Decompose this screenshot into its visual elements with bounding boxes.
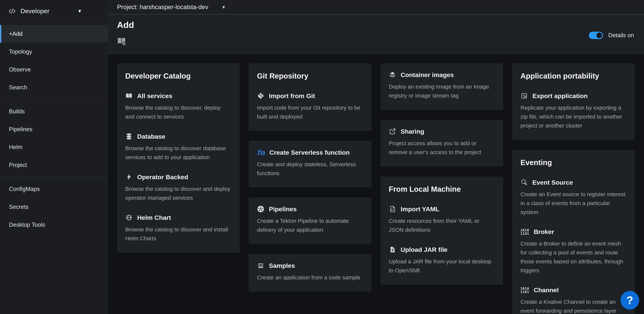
item-all-services[interactable]: All services Browse the catalog to disco… [125,92,232,121]
card-title: Eventing [520,158,627,167]
card-column: Container images Deploy an existing Imag… [380,63,503,295]
item-title: Create Serverless function [270,149,350,156]
sidebar-item-builds[interactable]: Builds [0,103,108,120]
file-code-icon [389,205,396,213]
item-title: Broker [534,228,554,236]
file-upload-icon [389,246,396,253]
sidebar-item-secrets[interactable]: Secrets [0,198,108,216]
card-developer-catalog: Developer Catalog All services Browse th… [117,63,240,253]
item-title: Samples [269,262,295,269]
item-pipelines[interactable]: Pipelines Create a Tekton Pipeline to au… [257,205,363,234]
item-description: Create resources from their YAML or JSON… [389,217,495,234]
binary-icon: 10101101 [520,229,529,235]
details-switch-group: Details on [589,32,634,39]
sidebar-item-pipelines[interactable]: Pipelines [0,120,108,138]
database-icon [125,133,133,140]
sidebar-item-topology[interactable]: Topology [0,43,108,61]
item-title: Import YAML [401,206,440,213]
export-icon [520,92,528,100]
binary-icon: 10101101 [520,287,529,294]
perspective-switcher[interactable]: Developer ▾ [0,0,108,22]
nav-divider [0,99,108,100]
item-import-yaml[interactable]: Import YAML Create resources from their … [389,205,495,234]
project-selector[interactable]: Project: harshcasper-localsta-dev ▾ [117,3,225,10]
item-title: Pipelines [269,206,297,213]
item-description: Deploy an existing Image from an Image r… [389,82,495,100]
card-column: Application portability Export applicati… [512,63,635,314]
project-selector-label: Project: harshcasper-localsta-dev [117,3,208,10]
layers-icon [389,71,396,78]
card-samples: Samples Create an application from a cod… [249,254,372,292]
item-broker[interactable]: 10101101 Broker Create a Broker to defin… [520,228,627,275]
item-title: Sharing [401,128,424,135]
sidebar-item-search[interactable]: Search [0,78,108,96]
item-export-application[interactable]: Export application Replicate your applic… [520,92,627,130]
item-title: Upload JAR file [401,246,448,253]
masthead: Project: harshcasper-localsta-dev ▾ [108,0,644,14]
sidebar-item-configmaps[interactable]: ConfigMaps [0,180,108,198]
book-plus-icon [117,36,126,46]
question-mark-icon: ? [626,294,634,307]
git-icon [257,92,264,100]
item-container-images[interactable]: Container images Deploy an existing Imag… [389,71,495,100]
item-title: Import from Git [269,92,315,100]
card-title: Git Repository [257,72,363,80]
card-eventing: Eventing Event Source Create an Event so [512,150,635,314]
card-title: Application portability [520,72,627,80]
item-description: Create an application from a code sample [257,273,363,282]
item-helm-chart[interactable]: HELM Helm Chart Browse the catalog to di… [125,214,232,243]
item-description: Browse the catalog to discover, deploy a… [125,103,232,121]
event-source-icon [520,179,528,186]
share-square-icon [389,128,396,135]
item-description: Replicate your application by exporting … [520,103,627,130]
page-title: Add [117,20,134,30]
help-button[interactable]: ? [620,291,639,310]
card-git-repository: Git Repository Import from Git Import co… [249,63,372,131]
details-toggle-label: Details on [608,32,634,39]
quick-starts-link[interactable] [117,36,126,46]
item-create-serverless-function[interactable]: fn Create Serverless function Create and… [257,149,363,178]
item-description: Upload a JAR file from your local deskto… [389,257,495,275]
card-pipelines: Pipelines Create a Tekton Pipeline to au… [249,198,372,244]
item-description: Create a Tekton Pipeline to automate del… [257,217,363,234]
item-samples[interactable]: Samples Create an application from a cod… [257,262,363,282]
item-description: Create and deploy stateless, Serverless … [257,160,363,178]
item-title: Helm Chart [137,214,171,221]
item-description: Browse the catalog to discover and deplo… [125,184,232,202]
details-toggle[interactable] [589,32,603,39]
serverless-fn-icon: fn [257,149,265,156]
item-channel[interactable]: 10101101 Channel Create a Knative Channe… [520,287,627,314]
item-description: Browse the catalog to discover database … [125,144,232,162]
item-description: Browse the catalog to discover and insta… [125,225,232,243]
item-title: Operator Backed [137,173,188,181]
card-application-portability: Application portability Export applicati… [512,63,635,140]
sidebar: Developer ▾ +Add Topology Observe Search… [0,0,108,314]
perspective-label: Developer [20,7,50,15]
item-title: Container images [401,71,454,78]
item-description: Project access allows you to add or remo… [389,139,495,157]
item-description: Create a Knative Channel to create an ev… [520,298,627,314]
card-title: Developer Catalog [125,72,232,80]
sidebar-item-helm[interactable]: Helm [0,138,108,156]
card-column: Git Repository Import from Git Import co… [249,63,372,302]
add-page-content: Developer Catalog All services Browse th… [108,54,644,314]
item-operator-backed[interactable]: Operator Backed Browse the catalog to di… [125,173,232,202]
item-event-source[interactable]: Event Source Create an Event source to r… [520,179,627,217]
sidebar-item-observe[interactable]: Observe [0,61,108,78]
card-serverless-function: fn Create Serverless function Create and… [249,141,372,187]
svg-text:HELM: HELM [126,217,131,219]
sidebar-item-desktop-tools[interactable]: Desktop Tools [0,216,108,234]
page-header: Add Details on [108,14,644,54]
sidebar-item-add[interactable]: +Add [0,25,108,43]
item-import-from-git[interactable]: Import from Git Import code from your Gi… [257,92,363,121]
item-database[interactable]: Database Browse the catalog to discover … [125,133,232,162]
item-description: Create an Event source to register inter… [520,190,627,217]
sidebar-item-project[interactable]: Project [0,156,108,174]
item-title: Export application [532,92,588,100]
item-upload-jar-file[interactable]: Upload JAR file Upload a JAR file from y… [389,246,495,275]
card-sharing: Sharing Project access allows you to add… [380,120,503,166]
chevron-down-icon: ▾ [78,8,81,14]
item-sharing[interactable]: Sharing Project access allows you to add… [389,128,495,157]
sidebar-nav: +Add Topology Observe Search Builds Pipe… [0,22,108,234]
item-description: Create a Broker to define an event mesh … [520,239,627,275]
